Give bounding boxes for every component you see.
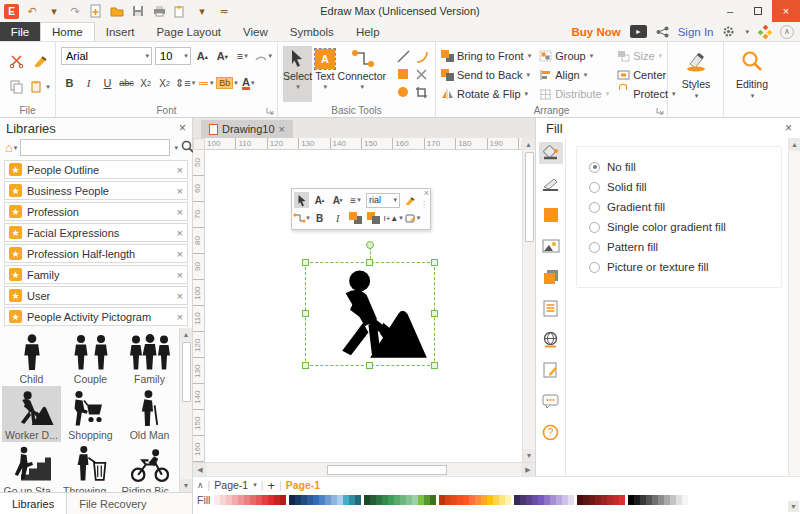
fill-option[interactable]: Picture or texture fill (589, 257, 781, 277)
open-folder-icon[interactable] (109, 4, 125, 19)
symbol-couple[interactable]: Couple (61, 330, 120, 386)
distribute-button[interactable]: Distribute▾ (539, 84, 609, 103)
arrange-dialog-launcher-icon[interactable] (656, 107, 664, 115)
canvas-vertical-scrollbar[interactable]: ▼ (522, 150, 535, 462)
symbol-scrollbar[interactable]: ▲ ▼ (179, 328, 192, 492)
group-button[interactable]: Group▾ (539, 46, 609, 65)
palette-swatch[interactable] (280, 495, 286, 505)
quick-color-icon[interactable] (539, 204, 563, 226)
library-item-close-icon[interactable]: × (177, 248, 183, 260)
mini-paragraph-icon[interactable]: ≡▾ (348, 192, 363, 208)
library-search-input[interactable] (20, 139, 170, 156)
drawing-page[interactable]: × ⋮ A▴ A▾ ≡▾ rial▾ ▾ B (205, 150, 522, 462)
fill-option[interactable]: Pattern fill (589, 237, 781, 257)
line-style-icon[interactable] (539, 173, 563, 195)
cut-icon[interactable] (6, 51, 26, 71)
fill-option[interactable]: Gradient fill (589, 197, 781, 217)
library-item[interactable]: ★Family× (4, 265, 188, 284)
mini-select-icon[interactable] (294, 192, 309, 208)
note-edit-icon[interactable] (539, 359, 563, 381)
save-icon[interactable] (130, 4, 146, 19)
mini-font-combo[interactable]: rial▾ (366, 193, 400, 208)
tab-file-recovery[interactable]: File Recovery (67, 493, 158, 514)
paragraph-options-icon[interactable]: ≡▾ (234, 47, 251, 66)
document-properties-icon[interactable] (539, 297, 563, 319)
undo-dropdown-icon[interactable]: ▾ (46, 4, 62, 19)
tab-libraries[interactable]: Libraries (0, 493, 67, 514)
h-scroll-thumb[interactable] (327, 465, 447, 475)
share-icon[interactable] (656, 26, 669, 38)
fill-option[interactable]: Solid fill (589, 177, 781, 197)
palette-swatch[interactable] (619, 495, 625, 505)
resize-handle-ne[interactable] (431, 259, 438, 266)
bold-button[interactable]: B (61, 74, 78, 93)
bring-to-front-button[interactable]: Bring to Front▾ (441, 46, 531, 65)
font-dialog-launcher-icon[interactable] (266, 107, 274, 115)
library-item[interactable]: ★People Outline× (4, 160, 188, 179)
scroll-thumb[interactable] (182, 342, 191, 402)
italic-button[interactable]: I (80, 74, 97, 93)
fill-panel-scrollbar[interactable]: ▲ (788, 138, 800, 476)
subscript-button[interactable]: X2 (137, 74, 154, 93)
mini-bring-front-icon[interactable] (348, 210, 363, 226)
mini-toolbar-handle[interactable]: ⋮ (420, 203, 428, 207)
tab-insert[interactable]: Insert (95, 22, 146, 41)
paste-dropdown-icon[interactable]: ▾ (194, 4, 210, 19)
mini-align-icon[interactable]: Ι+▲▾ (384, 210, 402, 226)
library-item-close-icon[interactable]: × (177, 311, 183, 323)
hyperlink-globe-icon[interactable] (539, 328, 563, 350)
tab-view[interactable]: View (232, 22, 279, 41)
collapse-ribbon-icon[interactable]: ∧ (780, 25, 794, 39)
mini-italic-button[interactable]: I (330, 210, 345, 226)
library-item-close-icon[interactable]: × (177, 269, 183, 281)
radio-icon[interactable] (589, 162, 600, 173)
libraries-close-icon[interactable]: × (179, 121, 186, 135)
resize-handle-e[interactable] (431, 310, 438, 317)
resize-handle-nw[interactable] (302, 259, 309, 266)
add-page-button[interactable]: + (267, 478, 275, 493)
rotate-flip-button[interactable]: Rotate & Flip▾ (441, 84, 531, 103)
help-icon[interactable]: ? (539, 421, 563, 443)
font-size-input[interactable] (160, 50, 183, 62)
protect-button[interactable]: Protect▾ (617, 84, 675, 103)
library-item[interactable]: ★Profession Half-length× (4, 244, 188, 263)
symbol-worker-digging[interactable]: Worker D... (2, 386, 61, 442)
fill-scroll-up-icon[interactable]: ▲ (789, 138, 800, 151)
line-tool-icon[interactable] (397, 50, 410, 65)
canvas-scroll-right-icon[interactable]: ▶ (521, 463, 535, 476)
symbol-old-man[interactable]: Old Man (120, 386, 179, 442)
tab-help[interactable]: Help (345, 22, 391, 41)
canvas-scroll-left-icon[interactable]: ◀ (193, 463, 207, 476)
fill-option[interactable]: No fill (589, 157, 781, 177)
tab-file[interactable]: File (0, 22, 40, 41)
palette-swatch[interactable] (682, 495, 688, 505)
font-name-input[interactable] (66, 50, 145, 62)
symbol-go-up-stairs[interactable]: Go up Sta... (2, 442, 61, 492)
arc-tool-icon[interactable] (415, 50, 428, 65)
undo-icon[interactable]: ↶ (24, 4, 40, 19)
text-tool-button[interactable]: A Text▾ (314, 46, 335, 102)
superscript-button[interactable]: X2 (156, 74, 173, 93)
palette-swatch[interactable] (505, 495, 511, 505)
document-tab[interactable]: Drawing10 × (201, 120, 293, 138)
comment-icon[interactable] (539, 390, 563, 412)
palette-swatch[interactable] (430, 495, 436, 505)
scroll-up-icon[interactable]: ▲ (180, 328, 192, 341)
library-item-close-icon[interactable]: × (177, 206, 183, 218)
v-scroll-thumb[interactable] (525, 152, 534, 242)
connector-tool-button[interactable]: Connector▾ (338, 46, 386, 102)
sign-in-link[interactable]: Sign In (678, 26, 714, 38)
resize-handle-w[interactable] (302, 310, 309, 317)
send-to-back-button[interactable]: Send to Back▾ (441, 65, 531, 84)
format-painter-icon[interactable] (30, 51, 50, 71)
library-item[interactable]: ★User× (4, 286, 188, 305)
font-name-combo[interactable]: ▾ (61, 47, 152, 65)
redo-icon[interactable]: ↷ (67, 4, 83, 19)
crop-tool-icon[interactable] (415, 86, 428, 101)
radio-icon[interactable] (589, 202, 600, 213)
library-item[interactable]: ★Business People× (4, 181, 188, 200)
tab-symbols[interactable]: Symbols (279, 22, 345, 41)
mini-connector-icon[interactable]: ▾ (294, 210, 309, 226)
library-item-close-icon[interactable]: × (177, 164, 183, 176)
new-document-icon[interactable] (88, 4, 104, 19)
